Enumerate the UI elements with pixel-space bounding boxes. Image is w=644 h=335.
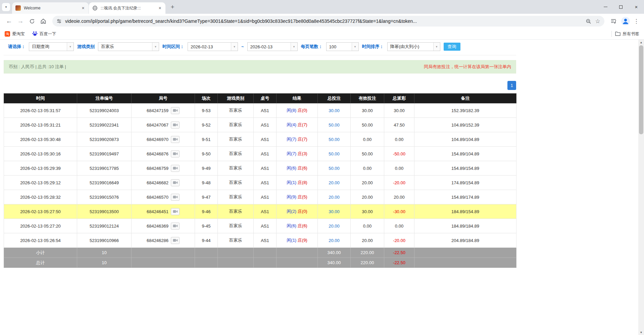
back-button[interactable]: ← <box>3 15 15 27</box>
video-replay-icon[interactable] <box>171 223 180 230</box>
page-size-label: 每页笔数： <box>301 44 323 50</box>
round-id-text: 684246759 <box>147 166 168 171</box>
cell-game-type: 百家乐 <box>218 219 254 233</box>
tab-bet-record[interactable]: :::视讯 会员下注纪录::: × <box>89 2 165 14</box>
total-bet-link[interactable]: 50.00 <box>329 123 340 128</box>
zoom-icon[interactable] <box>584 16 593 26</box>
media-controls-icon[interactable] <box>608 15 619 27</box>
cell-round-id: 684247159 <box>132 103 195 118</box>
total-bet-link[interactable]: 30.00 <box>329 108 340 113</box>
date-from-input[interactable]: 2026-02-13 ▾ <box>188 42 238 51</box>
video-replay-icon[interactable] <box>171 136 180 143</box>
cell-round-id: 684246682 <box>132 176 195 190</box>
new-tab-button[interactable]: + <box>168 2 177 12</box>
cell-payout: 47.50 <box>384 118 414 132</box>
cell-total-bet: 50.00 <box>318 132 351 147</box>
cell-note: 154.89/154.89 <box>414 161 516 176</box>
total-bet-link[interactable]: 50.00 <box>329 166 340 171</box>
profile-avatar[interactable] <box>621 16 631 26</box>
page-1-button[interactable]: 1 <box>507 81 516 90</box>
total-count: 10 <box>77 258 132 268</box>
col-header-round-id: 局号 <box>132 94 195 103</box>
cell-table-no: AS1 <box>254 161 277 176</box>
total-bet-link[interactable]: 20.00 <box>329 238 340 243</box>
bookmark-aitaobao[interactable]: 淘 爱淘宝 <box>5 31 25 37</box>
total-bet-link[interactable]: 50.00 <box>329 151 340 156</box>
banker-result: 庄(3) <box>298 151 307 156</box>
cell-game-type: 百家乐 <box>218 204 254 219</box>
player-result: 闲(1) <box>287 180 296 185</box>
game-type-select[interactable]: 百家乐 ▾ <box>98 42 159 51</box>
cell-valid-bet: 30.00 <box>351 103 384 118</box>
scroll-down-arrow[interactable]: ▼ <box>638 330 644 335</box>
cell-session: 9-51 <box>195 132 218 147</box>
video-replay-icon[interactable] <box>171 237 180 244</box>
cell-session: 9-48 <box>195 176 218 190</box>
browser-menu-icon[interactable]: ⋮ <box>632 15 641 27</box>
baidu-icon <box>32 31 38 37</box>
cell-table-no: AS1 <box>254 219 277 233</box>
tab-search-button[interactable]: ▾ <box>2 3 10 11</box>
cell-session: 9-44 <box>195 233 218 248</box>
bookmark-star-icon[interactable]: ☆ <box>593 16 602 26</box>
tab-welcome[interactable]: Welcome × <box>12 2 89 14</box>
bookmark-label: 爱淘宝 <box>12 31 25 37</box>
cell-result: 闲(6) 庄(6) <box>277 219 318 233</box>
table-row: 2026-02-13 05:28:32 523199015076 6842465… <box>4 190 516 204</box>
scroll-up-arrow[interactable]: ▲ <box>638 40 644 45</box>
round-id-text: 684246682 <box>147 180 168 185</box>
total-bet-link[interactable]: 20.00 <box>329 195 340 200</box>
time-range-label: 时间区间： <box>162 44 184 50</box>
cell-game-type: 百家乐 <box>218 147 254 161</box>
total-bet-link[interactable]: 30.00 <box>329 209 340 214</box>
close-tab-icon[interactable]: × <box>157 5 163 11</box>
banker-result: 庄(5) <box>298 194 307 199</box>
page-size-select[interactable]: 100 ▾ <box>326 42 359 51</box>
summary-info: 币别 : 人民币 | 总共 :10 注单 | <box>9 64 66 70</box>
address-bar[interactable]: videoie.com/ipl/portal.php/game/betrecor… <box>52 16 604 27</box>
cell-game-type: 百家乐 <box>218 233 254 248</box>
page-scrollbar[interactable]: ▲ ▼ <box>638 40 644 335</box>
total-bet-link[interactable]: 20.00 <box>329 224 340 229</box>
query-type-select[interactable]: 日期查询 ▾ <box>29 42 74 51</box>
cell-payout: 30.00 <box>384 103 414 118</box>
bookmarks-bar: 淘 爱淘宝 百度一下 所有书签 <box>0 29 644 40</box>
video-replay-icon[interactable] <box>171 150 180 157</box>
video-replay-icon[interactable] <box>171 107 180 114</box>
refresh-button[interactable] <box>26 15 38 27</box>
video-replay-icon[interactable] <box>171 179 180 186</box>
search-button[interactable]: 查询 <box>444 43 460 51</box>
window-controls: × <box>598 0 644 14</box>
cell-game-type: 百家乐 <box>218 118 254 132</box>
cell-time: 2026-02-13 05:30:48 <box>4 132 77 147</box>
video-replay-icon[interactable] <box>171 194 180 201</box>
col-header-total-bet: 总投注 <box>318 94 351 103</box>
cell-bet-id: 523199015076 <box>77 190 132 204</box>
video-replay-icon[interactable] <box>171 165 180 172</box>
site-info-icon[interactable] <box>56 18 62 24</box>
home-button[interactable] <box>38 15 49 27</box>
all-bookmarks-button[interactable]: 所有书签 <box>615 31 639 37</box>
scrollbar-thumb[interactable] <box>639 45 643 134</box>
close-tab-icon[interactable]: × <box>80 5 86 11</box>
minimize-button[interactable] <box>598 0 613 14</box>
round-id-text: 684246286 <box>147 238 168 243</box>
total-bet-link[interactable]: 20.00 <box>329 180 340 185</box>
total-bet-link[interactable]: 50.00 <box>329 137 340 142</box>
taobao-icon: 淘 <box>5 31 10 37</box>
cell-result: 闲(9) 庄(5) <box>277 190 318 204</box>
folder-icon <box>615 31 621 37</box>
bookmark-baidu[interactable]: 百度一下 <box>32 31 56 37</box>
maximize-button[interactable] <box>613 0 629 14</box>
cell-total-bet: 20.00 <box>318 233 351 248</box>
close-window-button[interactable]: × <box>629 0 644 14</box>
video-replay-icon[interactable] <box>171 208 180 215</box>
cell-total-bet: 50.00 <box>318 118 351 132</box>
cell-round-id: 684246451 <box>132 204 195 219</box>
forward-button[interactable]: → <box>15 15 26 27</box>
cell-payout: -30.00 <box>384 204 414 219</box>
video-replay-icon[interactable] <box>171 122 180 129</box>
time-sort-select[interactable]: 降幂(由大到小) ▾ <box>387 42 440 51</box>
date-to-input[interactable]: 2026-02-13 ▾ <box>247 42 298 51</box>
subtotal-count: 10 <box>77 248 132 258</box>
